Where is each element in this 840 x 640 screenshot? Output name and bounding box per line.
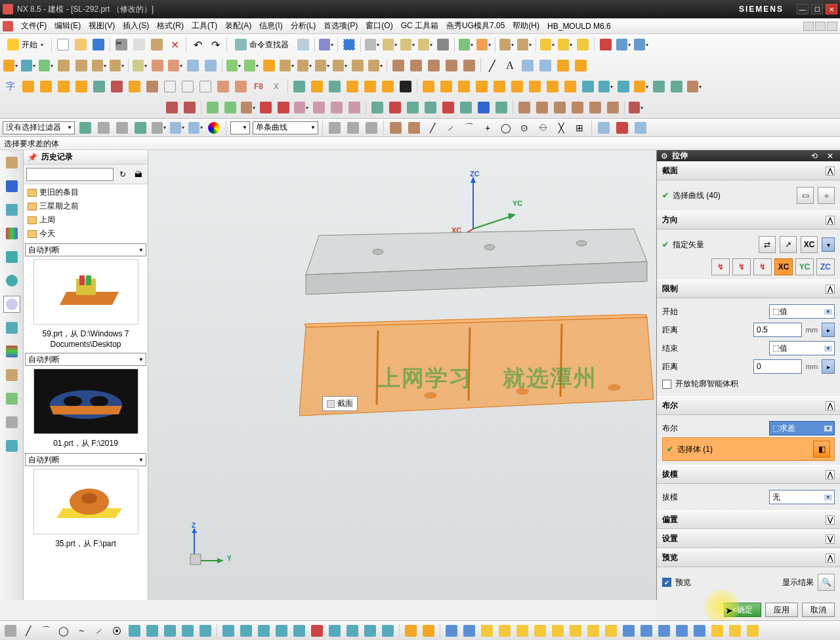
bt-1[interactable] — [3, 623, 18, 639]
tool-a11[interactable]: ▾ — [499, 37, 514, 52]
menu-tools[interactable]: 工具(T) — [188, 18, 221, 33]
tool-c37[interactable]: ▾ — [686, 79, 702, 94]
apply-button[interactable]: 应用 — [765, 603, 798, 617]
bt-21[interactable] — [362, 623, 378, 639]
history-tree[interactable]: 更旧的条目 三星期之前 上周 今天 自动判断 59.prt，从 D:\Windo… — [24, 184, 148, 600]
tool-c11[interactable] — [180, 79, 196, 94]
start-distance-input[interactable]: 0.5 — [753, 323, 802, 337]
tool-d24[interactable] — [587, 100, 603, 115]
bt-26[interactable] — [461, 623, 477, 639]
bt-29[interactable] — [514, 623, 530, 639]
menu-yx[interactable]: 燕秀UG模具7.05 — [442, 18, 509, 33]
tool-d26[interactable]: ▾ — [628, 100, 644, 115]
tool-b13[interactable]: ▾ — [226, 58, 242, 73]
bt-16[interactable] — [274, 623, 289, 639]
tool-a7[interactable]: ▾ — [417, 37, 433, 52]
tool-c27[interactable] — [509, 79, 525, 94]
strip-reuse-icon[interactable] — [3, 225, 20, 242]
section-header[interactable]: 截面⋀ — [657, 161, 840, 180]
axis-auto-1[interactable]: ↯ — [711, 258, 730, 275]
bt-10[interactable] — [162, 623, 178, 639]
tool-b14[interactable]: ▾ — [243, 58, 259, 73]
paste-icon[interactable] — [149, 37, 165, 52]
tool-d21[interactable] — [534, 100, 550, 115]
axis-yc-button[interactable]: YC — [795, 258, 814, 275]
tool-c35[interactable] — [651, 79, 667, 94]
tool-c4[interactable] — [56, 79, 72, 94]
tool-b28[interactable] — [537, 58, 553, 73]
tool-c15[interactable] — [291, 79, 307, 94]
menu-info[interactable]: 信息(I) — [255, 18, 286, 33]
menu-analysis[interactable]: 分析(L) — [287, 18, 320, 33]
tool-c7[interactable] — [109, 79, 125, 94]
tool-c3[interactable] — [38, 79, 54, 94]
filter-tool-8[interactable] — [327, 120, 343, 136]
tool-d12[interactable] — [369, 100, 385, 115]
filter-tool-1[interactable] — [77, 120, 93, 136]
snap-14[interactable] — [633, 120, 648, 136]
dialog-close-icon[interactable]: ✕ — [824, 151, 836, 161]
menu-help[interactable]: 帮助(H) — [509, 18, 543, 33]
tool-c8[interactable] — [127, 79, 142, 94]
tool-d22[interactable] — [552, 100, 568, 115]
tool-d10[interactable] — [329, 100, 345, 115]
tool-d9[interactable] — [311, 100, 327, 115]
menu-edit[interactable]: 编辑(E) — [51, 18, 85, 33]
thumb-1[interactable] — [33, 259, 138, 325]
bt-40[interactable] — [709, 623, 725, 639]
tool-b19[interactable]: ▾ — [332, 58, 348, 73]
vector-xc-icon[interactable]: XC — [801, 236, 818, 253]
direction-header[interactable]: 方向⋀ — [657, 210, 840, 230]
bt-15[interactable] — [256, 623, 272, 639]
reverse-dir-icon[interactable]: ⇄ — [759, 236, 776, 253]
filter-tool-2[interactable] — [96, 120, 112, 136]
axis-auto-2[interactable]: ↯ — [732, 258, 751, 275]
end-distance-input[interactable]: 0 — [753, 359, 802, 374]
tool-d6[interactable] — [258, 100, 274, 115]
limits-header[interactable]: 限制⋀ — [657, 279, 840, 298]
bt-31[interactable] — [550, 623, 566, 639]
preview-checkbox[interactable]: ✔ — [662, 578, 671, 587]
snap-8[interactable]: ⊙ — [516, 120, 532, 136]
snap-12[interactable] — [596, 120, 612, 136]
draft-header[interactable]: 拔模⋀ — [657, 465, 840, 484]
tree-last-week[interactable]: 上周 — [25, 213, 146, 227]
tool-d25[interactable] — [605, 100, 621, 115]
tool-a4[interactable]: ▾ — [364, 37, 380, 52]
filter-tool-9[interactable] — [345, 120, 361, 136]
close-button[interactable]: ✕ — [826, 4, 837, 14]
tool-b3[interactable]: ▾ — [38, 58, 54, 73]
bt-20[interactable] — [345, 623, 360, 639]
bt-27[interactable] — [479, 623, 495, 639]
bt-12[interactable] — [198, 623, 213, 639]
tree-older[interactable]: 更旧的条目 — [25, 186, 146, 199]
mdi-close[interactable] — [827, 22, 837, 31]
selection-filter-combo[interactable]: 没有选择过滤器 — [3, 121, 75, 134]
start-button[interactable]: 开始 ▾ — [3, 37, 48, 52]
tool-d18[interactable] — [476, 100, 492, 115]
bt-25[interactable] — [444, 623, 459, 639]
strip-constraint-icon[interactable] — [3, 201, 20, 218]
open-file-icon[interactable] — [73, 37, 89, 52]
tool-a13[interactable]: ▾ — [539, 37, 555, 52]
tool-c23[interactable] — [438, 79, 454, 94]
tool-b7[interactable]: ▾ — [109, 58, 125, 73]
end-distance-stepper[interactable]: ▸ — [822, 359, 835, 374]
settings-header[interactable]: 设置⋁ — [657, 529, 840, 548]
tool-b4[interactable] — [56, 58, 72, 73]
ok-button[interactable]: < 确定 — [724, 603, 761, 617]
tool-a6[interactable]: ▾ — [400, 37, 415, 52]
bt-7[interactable]: ⦿ — [109, 623, 125, 639]
maximize-button[interactable]: ☐ — [811, 4, 823, 14]
bt-24[interactable] — [421, 623, 436, 639]
tool-b6[interactable]: ▾ — [91, 58, 107, 73]
strip-user-icon[interactable] — [3, 390, 20, 407]
curve-rule-icon[interactable]: ⟐ — [818, 187, 835, 204]
tool-c30[interactable] — [562, 79, 578, 94]
tool-d1[interactable] — [164, 100, 180, 115]
strip-bottom1-icon[interactable] — [3, 414, 20, 431]
offset-header[interactable]: 偏置⋁ — [657, 510, 840, 529]
strip-layer-icon[interactable] — [3, 367, 20, 384]
snap-5[interactable]: ⌒ — [461, 120, 477, 136]
tool-b22[interactable] — [390, 58, 406, 73]
